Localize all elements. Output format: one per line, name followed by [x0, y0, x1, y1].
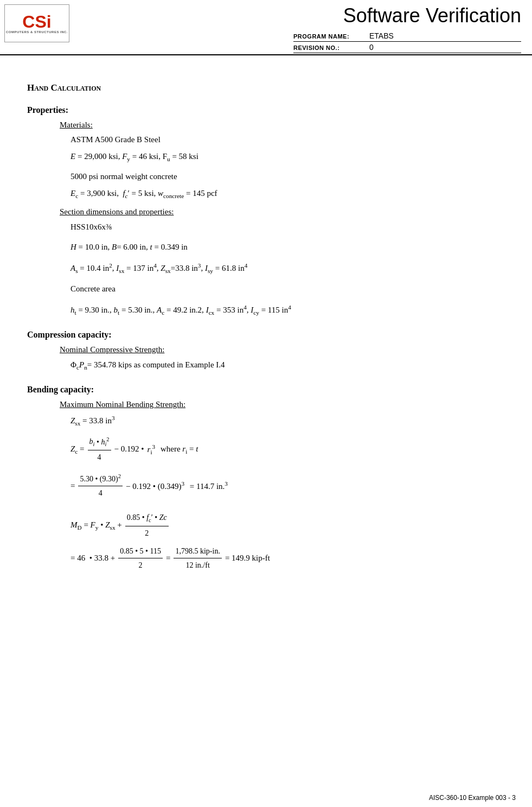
- zc-formula: Zc = bi • hi2 4 − 0.192 • ri3 where ri =…: [70, 435, 505, 465]
- program-name-row: PROGRAM NAME: ETABS: [293, 31, 521, 42]
- program-info: PROGRAM NAME: ETABS REVISION NO.: 0: [293, 31, 521, 54]
- properties-heading: Properties:: [27, 105, 505, 115]
- header-right: Software Verification PROGRAM NAME: ETAB…: [69, 4, 521, 54]
- zc-calc: = 5.30 • (9.30)2 4 − 0.192 • (0.349)3 = …: [70, 472, 505, 500]
- page-title: Software Verification: [343, 4, 521, 27]
- header: CSi COMPUTERS & STRUCTURES INC. Software…: [0, 0, 532, 55]
- zsx-eq: Zsx = 33.8 in3: [70, 412, 505, 429]
- main-content: Hand Calculation Properties: Materials: …: [0, 55, 532, 599]
- section-4: ht = 9.30 in., bt = 5.30 in., Ac = 49.2 …: [70, 302, 505, 318]
- compression-heading: Compression capacity:: [27, 330, 505, 340]
- md-formula: MD = Fy • Zsx + 0.85 • fc′ • Zc 2: [70, 511, 505, 540]
- material-3: 5000 psi normal weight concrete: [70, 170, 505, 183]
- max-bending-heading: Maximum Nominal Bending Strength:: [60, 400, 505, 409]
- section-3: As = 10.4 in2, Isx = 137 in4, Zsx=33.8 i…: [70, 260, 505, 276]
- bending-heading: Bending capacity:: [27, 385, 505, 395]
- material-2: E = 29,000 ksi, Fy = 46 ksi, Fu = 58 ksi: [70, 149, 505, 164]
- section-2: H = 10.0 in, B= 6.00 in, t = 0.349 in: [70, 240, 505, 255]
- concrete-area-label: Concrete area: [70, 282, 505, 296]
- revision-label: REVISION NO.:: [293, 45, 369, 51]
- footer: AISC-360-10 Example 003 - 3: [429, 794, 516, 802]
- material-1: ASTM A500 Grade B Steel: [70, 133, 505, 146]
- hand-calculation-title: Hand Calculation: [27, 82, 505, 93]
- program-name-value: ETABS: [369, 31, 521, 40]
- material-4: Ec = 3,900 ksi, fc′ = 5 ksi, wconcrete =…: [70, 186, 505, 201]
- materials-heading: Materials:: [60, 120, 505, 130]
- nominal-comp-heading: Nominal Compressive Strength:: [60, 345, 505, 354]
- logo-csi-text: CSi: [22, 13, 51, 30]
- revision-value: 0: [369, 43, 521, 52]
- logo-subtitle: COMPUTERS & STRUCTURES INC.: [6, 30, 68, 34]
- program-name-label: PROGRAM NAME:: [293, 33, 369, 40]
- phi-c-pn-line: ΦcPn= 354.78 kips as computed in Example…: [70, 358, 505, 373]
- section-dims-heading: Section dimensions and properties:: [60, 207, 505, 217]
- section-1: HSS10x6x⅜: [70, 220, 505, 234]
- revision-row: REVISION NO.: 0: [293, 43, 521, 53]
- md-result: = 46 • 33.8 + 0.85 • 5 • 115 2 = 1,798.5…: [70, 544, 505, 572]
- logo: CSi COMPUTERS & STRUCTURES INC.: [4, 4, 69, 42]
